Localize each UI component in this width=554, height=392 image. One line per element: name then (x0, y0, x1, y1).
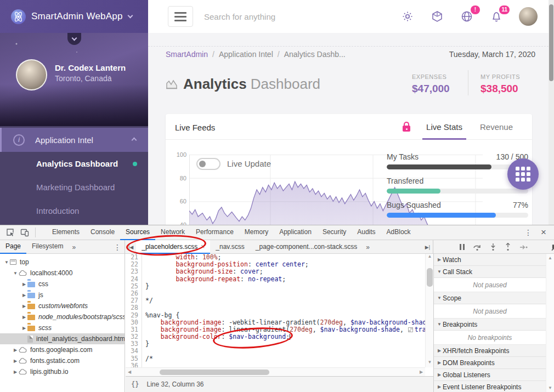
step-over-icon[interactable] (473, 243, 482, 252)
scroll-up-icon[interactable]: ▲ (546, 255, 554, 260)
user-avatar[interactable] (16, 59, 47, 90)
code-lines[interactable]: 21 width: 100%;22 background-position: c… (126, 254, 425, 367)
tab-page[interactable]: Page (0, 240, 26, 254)
line-number[interactable]: 36 (126, 362, 142, 367)
more-tabs-icon[interactable]: » (69, 243, 79, 251)
close-tab-icon[interactable]: × (201, 243, 205, 251)
editor-vertical-scrollbar[interactable]: ▲ ▼ (425, 254, 433, 367)
deactivate-breakpoints-icon[interactable] (551, 243, 554, 252)
sidebar-item-application-intel[interactable]: i Application Intel (0, 128, 148, 152)
code-text[interactable]: } (142, 283, 149, 290)
apps-cube-icon[interactable] (430, 9, 444, 24)
debug-section-breakpoints[interactable]: ▼ Breakpoints (434, 319, 554, 331)
pretty-print-icon[interactable]: {} (131, 380, 139, 388)
code-line-32[interactable]: 32 background-color: $nav-background; (126, 333, 425, 340)
tree-item-fonts-gstatic-com[interactable]: ▶fonts.gstatic.com (0, 355, 125, 366)
code-line-26[interactable]: 26 (126, 290, 425, 297)
devtools-tab-audits[interactable]: Audits (352, 225, 381, 240)
code-line-36[interactable]: 36 (126, 362, 425, 367)
tree-item-top[interactable]: ▼top (0, 257, 125, 268)
menu-toggle-button[interactable] (168, 6, 193, 27)
code-text[interactable]: } (142, 340, 149, 348)
devtools-tab-network[interactable]: Network (155, 225, 190, 240)
expand-icon[interactable]: ▶ (436, 348, 443, 353)
devtools-tab-adblock[interactable]: AdBlock (381, 225, 416, 240)
tree-item-custom-webfonts[interactable]: ▶custom/webfonts (0, 300, 125, 311)
line-number[interactable]: 24 (126, 276, 142, 283)
editor-more-tabs-icon[interactable]: » (363, 243, 373, 251)
devtools-tab-application[interactable]: Application (274, 225, 317, 240)
show-navigator-icon[interactable]: ▶| (422, 245, 433, 250)
code-line-24[interactable]: 24 background-repeat: no-repeat; (126, 276, 425, 283)
devtools-tab-memory[interactable]: Memory (239, 225, 274, 240)
tree-expand-icon[interactable]: ▶ (12, 348, 19, 353)
search-input[interactable] (204, 7, 369, 26)
editor-tab-placeholders-scss[interactable]: _placeholders.scss× (136, 240, 210, 254)
debug-section-dom-breakpoints[interactable]: ▶ DOM Breakpoints (434, 357, 554, 369)
line-number[interactable]: 30 (126, 319, 142, 326)
tab-live-stats[interactable]: Live Stats (422, 114, 466, 140)
line-number[interactable]: 35 (126, 355, 142, 362)
tree-item-scss[interactable]: ▶scss (0, 322, 125, 333)
brand[interactable]: SmartAdmin WebApp (0, 0, 148, 33)
sidebar-item-analytics-dashboard[interactable]: Analytics Dashboard (0, 152, 148, 175)
debugger-pane-scrollbar[interactable]: ▲▼ (546, 254, 554, 392)
step-into-icon[interactable] (490, 243, 496, 252)
step-out-icon[interactable] (505, 243, 511, 252)
step-icon[interactable] (519, 243, 528, 252)
tree-expand-icon[interactable]: ▶ (21, 326, 27, 331)
scroll-right-icon[interactable]: ▶ (417, 368, 425, 376)
navigator-menu-icon[interactable]: ⋮ (110, 243, 125, 252)
tree-item-css[interactable]: ▶css (0, 279, 125, 289)
pause-script-icon[interactable] (460, 243, 465, 252)
tree-expand-icon[interactable]: ▶ (12, 359, 19, 363)
code-line-27[interactable]: 27*/ (126, 297, 425, 304)
line-number[interactable]: 29 (126, 312, 142, 319)
tree-item-lipis-github-io[interactable]: ▶lipis.github.io (0, 366, 125, 377)
tree-item-intel-analytics-dashboard-html[interactable]: intel_analytics_dashboard.html (0, 333, 125, 344)
language-globe-icon[interactable]: ! (460, 9, 474, 24)
vscroll-thumb[interactable] (427, 268, 433, 287)
tree-expand-icon[interactable]: ▶ (21, 315, 27, 320)
collapse-icon[interactable]: ▼ (436, 296, 443, 300)
line-number[interactable]: 34 (126, 348, 142, 355)
line-number[interactable]: 25 (126, 283, 142, 290)
tree-collapse-icon[interactable]: ▼ (3, 260, 10, 265)
expand-icon[interactable]: ▶ (436, 384, 443, 389)
notifications-bell-icon[interactable]: 11 (489, 9, 504, 24)
breadcrumb-item-smartadmin[interactable]: SmartAdmin (166, 50, 208, 59)
code-line-34[interactable]: 34 (126, 348, 425, 355)
collapse-icon[interactable]: ▼ (436, 322, 443, 327)
editor-tab-nav-scss[interactable]: _nav.scss (210, 240, 250, 254)
inspect-element-icon[interactable] (3, 225, 18, 240)
hscroll-thumb[interactable] (160, 370, 269, 375)
sidebar-item-introduction[interactable]: Introduction (0, 199, 148, 223)
debug-section-xhr-fetch-breakpoints[interactable]: ▶ XHR/fetch Breakpoints (434, 345, 554, 357)
tree-collapse-icon[interactable]: ▼ (12, 271, 19, 276)
tree-item-fonts-googleapis-com[interactable]: ▶fonts.googleapis.com (0, 344, 125, 355)
tree-expand-icon[interactable]: ▶ (12, 370, 19, 374)
code-text[interactable]: background-repeat: no-repeat; (142, 276, 286, 283)
scroll-up-icon[interactable]: ▲ (426, 254, 433, 262)
quick-shortcuts-button[interactable] (507, 158, 539, 190)
code-line-35[interactable]: 35/* (126, 355, 425, 362)
device-toolbar-icon[interactable] (18, 225, 32, 240)
scroll-down-icon[interactable]: ▼ (546, 385, 554, 390)
user-avatar-small[interactable] (519, 7, 538, 26)
devtools-tab-performance[interactable]: Performance (190, 225, 239, 240)
line-number[interactable]: 23 (126, 268, 142, 275)
debug-section-scope[interactable]: ▼ Scope (434, 292, 554, 304)
scroll-down-icon[interactable]: ▼ (426, 360, 433, 367)
browser-scrollbar-thumb[interactable] (549, 4, 553, 81)
expand-icon[interactable]: ▶ (436, 257, 443, 262)
editor-tab-page-component-con-stack-scss[interactable]: _page-component...con-stack.scss (250, 240, 363, 254)
debug-section-watch[interactable]: ▶ Watch (434, 254, 554, 266)
editor-horizontal-scrollbar[interactable]: ◀ ▶ (126, 367, 425, 376)
devtools-tab-security[interactable]: Security (317, 225, 352, 240)
tree-expand-icon[interactable]: ▶ (21, 293, 27, 298)
devtools-tab-console[interactable]: Console (85, 225, 120, 240)
sidebar-item-marketing-dashboard[interactable]: Marketing Dashboard (0, 175, 148, 199)
code-editor[interactable]: 21 width: 100%;22 background-position: c… (126, 254, 433, 376)
settings-icon[interactable] (400, 9, 415, 24)
scroll-left-icon[interactable]: ◀ (126, 368, 133, 376)
